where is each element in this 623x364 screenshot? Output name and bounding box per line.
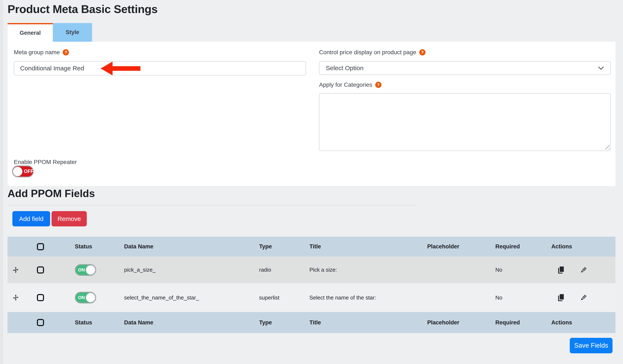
toggle-knob (13, 167, 22, 176)
toggle-knob (86, 265, 95, 275)
fields-table: Status Data Name Type Title Placeholder … (8, 237, 615, 333)
tab-style-label: Style (66, 29, 79, 36)
categories-label: Apply for Categories (319, 81, 372, 88)
categories-textarea[interactable] (319, 93, 611, 151)
meta-group-name-label: Meta group name (14, 49, 60, 56)
col-status: Status (67, 319, 116, 326)
price-display-select[interactable]: Select Option (319, 61, 611, 75)
table-row: ON pick_a_size_ radio Pick a size: No (8, 257, 615, 283)
categories-textarea-wrap (319, 93, 611, 151)
tab-general[interactable]: General (8, 23, 53, 42)
col-placeholder: Placeholder (420, 243, 488, 250)
categories-label-row: Apply for Categories ? (319, 81, 381, 88)
page-left-edge (0, 0, 3, 364)
tab-style[interactable]: Style (53, 23, 92, 42)
cell-data-name: select_the_name_of_the_star_ (116, 294, 251, 301)
remove-button[interactable]: Remove (52, 211, 87, 226)
settings-tabs: General Style (8, 23, 92, 42)
general-settings-panel: Meta group name ? Control price display … (8, 42, 615, 186)
help-icon[interactable]: ? (419, 49, 425, 56)
cell-required: No (488, 267, 544, 273)
duplicate-icon[interactable] (557, 266, 565, 274)
price-display-label-row: Control price display on product page ? (319, 49, 425, 56)
col-actions: Actions (544, 243, 615, 250)
col-type: Type (251, 243, 302, 250)
toggle-state-label: ON (78, 295, 85, 300)
meta-group-name-label-row: Meta group name ? (14, 49, 69, 56)
section-divider (9, 205, 414, 206)
row-checkbox[interactable] (37, 294, 44, 301)
cell-type: radio (251, 267, 302, 273)
select-all-checkbox[interactable] (37, 319, 44, 326)
price-display-selected-value: Select Option (326, 64, 363, 72)
edit-pencil-icon[interactable] (580, 294, 587, 301)
chevron-down-icon (598, 66, 604, 70)
meta-group-name-input[interactable] (14, 61, 306, 75)
edit-pencil-icon[interactable] (580, 266, 587, 274)
status-toggle-on[interactable]: ON (75, 264, 96, 276)
table-footer-row: Status Data Name Type Title Placeholder … (8, 312, 615, 333)
col-required: Required (488, 319, 544, 326)
col-status: Status (67, 243, 116, 250)
add-ppom-fields-heading: Add PPOM Fields (8, 187, 95, 200)
row-checkbox[interactable] (37, 266, 44, 274)
col-title: Title (302, 319, 420, 326)
repeater-label-row: Enable PPOM Repeater (14, 159, 77, 165)
col-actions: Actions (544, 319, 615, 326)
repeater-toggle-off[interactable]: OFF (12, 165, 34, 177)
page-title: Product Meta Basic Settings (8, 2, 158, 16)
help-icon[interactable]: ? (375, 82, 381, 88)
drag-handle-icon[interactable] (12, 267, 19, 273)
toggle-state-label: ON (78, 267, 85, 273)
tab-general-label: General (20, 30, 41, 36)
col-placeholder: Placeholder (420, 319, 488, 326)
drag-handle-icon[interactable] (12, 294, 19, 301)
table-row: ON select_the_name_of_the_star_ superlis… (8, 283, 615, 312)
col-data-name: Data Name (116, 319, 251, 326)
ppom-settings-page: Product Meta Basic Settings General Styl… (0, 0, 623, 364)
cell-type: superlist (251, 294, 302, 301)
duplicate-icon[interactable] (557, 293, 565, 302)
col-type: Type (251, 319, 302, 326)
cell-required: No (488, 294, 544, 301)
add-field-button[interactable]: Add field (12, 211, 50, 226)
cell-title: Select the name of the star: (302, 294, 420, 301)
save-fields-button[interactable]: Save Fields (570, 338, 613, 353)
col-title: Title (302, 243, 420, 250)
help-icon[interactable]: ? (63, 49, 69, 56)
col-required: Required (488, 243, 544, 250)
status-toggle-on[interactable]: ON (75, 292, 96, 303)
table-header-row: Status Data Name Type Title Placeholder … (8, 237, 615, 257)
select-all-checkbox[interactable] (37, 243, 44, 250)
toggle-knob (86, 293, 95, 303)
price-display-label: Control price display on product page (319, 49, 416, 56)
toggle-state-label: OFF (24, 169, 34, 174)
col-data-name: Data Name (116, 243, 251, 250)
cell-title: Pick a size: (302, 267, 420, 273)
repeater-label: Enable PPOM Repeater (14, 159, 77, 165)
cell-data-name: pick_a_size_ (116, 267, 251, 273)
